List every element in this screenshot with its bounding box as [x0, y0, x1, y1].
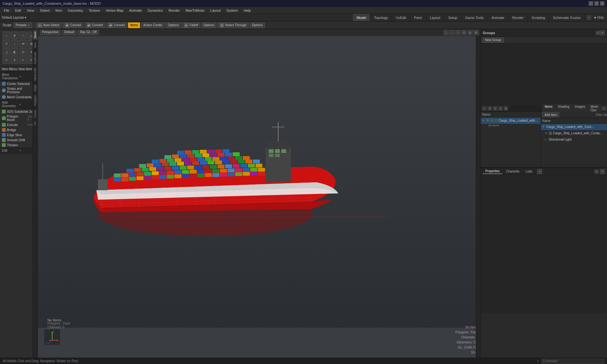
add-geometry-section[interactable]: Add Geometry ▾ [0, 100, 38, 109]
convert-btn-2[interactable]: ⇄ Convert [84, 22, 105, 28]
ray-gl-btn[interactable]: Ray GL: Off [78, 30, 99, 35]
root-render[interactable]: ◎ [490, 119, 494, 122]
vp-icon-zoom-in[interactable]: + [456, 30, 461, 35]
menu-select[interactable]: Select [37, 8, 52, 13]
tab-model[interactable]: Model [353, 14, 370, 21]
options-btn-2[interactable]: Options [201, 22, 216, 28]
layouts-dropdown[interactable]: Default Layouts ▾ [2, 16, 26, 19]
menu-animate[interactable]: Animate [126, 8, 144, 13]
center-selected-item[interactable]: Center Selected [0, 81, 38, 86]
presets-btn[interactable]: Presets ✕ [14, 22, 32, 28]
tab-game-tools[interactable]: Game Tools [461, 14, 488, 21]
tab-uvedit[interactable]: UvEdit [392, 14, 410, 21]
command-input[interactable] [541, 359, 604, 364]
menu-help[interactable]: Help [241, 8, 254, 13]
convert-btn-3[interactable]: ⇄ Convert [106, 22, 127, 28]
menu-vertex-map[interactable]: Vertex Map [103, 8, 126, 13]
items-menu-icon[interactable]: ☰ [493, 106, 497, 111]
presets-close-icon[interactable]: ✕ [28, 24, 30, 27]
auto-select-btn[interactable]: ▷ Auto Select [36, 22, 62, 28]
menu-layout[interactable]: Layout [208, 8, 223, 13]
perspective-btn[interactable]: Perspective [40, 30, 61, 35]
vtab-basic[interactable]: Basic [33, 29, 38, 40]
tab-mesh-ops[interactable]: Mesh Ops [588, 104, 601, 112]
groups-expand-btn[interactable]: ⤢ [596, 31, 600, 35]
action-center-btn[interactable]: Action Center [141, 22, 165, 28]
vp-icon-camera[interactable]: ◎ [468, 30, 473, 35]
prop-close-btn[interactable]: ✕ [600, 169, 605, 174]
minimize-btn[interactable]: ─ [589, 1, 593, 6]
tool-icon-0[interactable]: ○ [3, 32, 10, 39]
tree-main-item[interactable]: ▼ Cargo_Ship_Loaded_with_Cont... [541, 124, 607, 130]
tab-images[interactable]: Images [572, 104, 588, 112]
snaps-precision-item[interactable]: Snaps and Precision [0, 86, 38, 94]
tree-child-1[interactable]: ▼ Cargo_Ship_Loaded_with_Conta... [541, 130, 607, 136]
vp-icon-fit[interactable]: ⊡ [462, 30, 467, 35]
items-expand-icon[interactable]: ⊞ [504, 106, 508, 111]
tool-icon-14[interactable]: C [19, 56, 27, 64]
menu-system[interactable]: System [224, 8, 241, 13]
vtab-duplicate[interactable]: Duplicate [33, 50, 38, 66]
vtab-uv[interactable]: UV [33, 119, 38, 128]
menu-view[interactable]: View [24, 8, 37, 13]
default-btn[interactable]: Default [62, 30, 77, 35]
tool-icon-9[interactable]: ◐ [11, 48, 18, 56]
vtab-item[interactable]: Item [33, 40, 38, 50]
tab-paint[interactable]: Paint [410, 14, 426, 21]
vp-icon-settings[interactable]: ⚙ [474, 30, 479, 35]
vp-icon-zoom-out[interactable]: - [450, 30, 455, 35]
menu-item[interactable]: Item [53, 8, 64, 13]
options-btn-1[interactable]: Options [166, 22, 181, 28]
tool-icon-2[interactable]: □ [19, 32, 27, 39]
col-expand-icon[interactable]: ⤢ [602, 106, 606, 111]
prop-tab-properties[interactable]: Properties [483, 169, 502, 174]
thicken-item[interactable]: Thicken [0, 143, 38, 148]
menu-file[interactable]: File [1, 8, 12, 13]
tree-child-2[interactable]: ▷ Directional Light [541, 136, 607, 143]
items-close-icon[interactable]: ✕ [498, 106, 503, 111]
polygon-bevel-item[interactable]: Polygon Bevel Shift-B [0, 114, 38, 122]
root-check[interactable] [494, 119, 498, 122]
prop-add-btn[interactable]: + [537, 169, 542, 174]
menu-dynamics[interactable]: Dynamics [145, 8, 165, 13]
items-add-icon[interactable]: + [482, 106, 487, 111]
menu-geometry[interactable]: Geometry [65, 8, 85, 13]
bridge-item[interactable]: Bridge [0, 127, 38, 132]
tab-topology[interactable]: Topology [370, 14, 392, 21]
tab-shading[interactable]: Shading [555, 104, 572, 112]
edge-slice-item[interactable]: Edge Slice [0, 132, 38, 137]
tab-schematic-fusion[interactable]: Schematic Fusion [549, 14, 585, 21]
select-through-btn[interactable]: ⊡ Select Through [218, 22, 249, 28]
sds-subdivide-item[interactable]: SDS Subdivide 2x [0, 109, 38, 114]
more-transforms-section[interactable]: More Transforms ▾ [0, 72, 38, 81]
groups-close-btn[interactable]: ✕ [600, 30, 605, 35]
tool-icon-8[interactable]: ◿ [3, 48, 10, 56]
new-group-btn[interactable]: New Group [482, 38, 504, 43]
menu-texture[interactable]: Texture [86, 8, 103, 13]
tab-scripting[interactable]: Scripting [528, 14, 549, 21]
prop-tab-lists[interactable]: Lists [523, 169, 535, 174]
edit-section[interactable]: Edit ▾ [0, 148, 38, 154]
tab-render[interactable]: Render [508, 14, 528, 21]
add-item-btn[interactable]: Add Item [542, 112, 559, 117]
vtab-mesh-edit[interactable]: Mesh Edit [33, 66, 38, 82]
vtab-curve[interactable]: Curve [33, 108, 38, 119]
tab-items[interactable]: Items [542, 104, 555, 112]
mesh-constraints-item[interactable]: Mesh Constraints [0, 94, 38, 100]
tab-animate[interactable]: Animate [488, 14, 508, 21]
items-settings-icon[interactable]: ⚙ [487, 106, 492, 111]
tool-icon-13[interactable]: B [11, 56, 18, 64]
menu-edit[interactable]: Edit [13, 8, 24, 13]
convert-btn-1[interactable]: ⇄ Convert [63, 22, 83, 28]
tree-root-item[interactable]: ▼ 👁 ◎ Cargo_Ship_Loaded_with_Cont... [481, 118, 541, 124]
vp-icon-home[interactable]: ⌂ [444, 30, 449, 35]
tab-setup[interactable]: Setup [445, 14, 462, 21]
close-btn[interactable]: ✕ [600, 1, 604, 6]
vtab-polygon[interactable]: Polygon [33, 93, 38, 108]
tool-icon-10[interactable]: ⊡ [19, 48, 27, 56]
tool-icon-5[interactable]: ↕ [11, 40, 18, 47]
tool-icon-4[interactable]: ↺ [3, 40, 10, 47]
tab-layout[interactable]: Layout [426, 14, 445, 21]
prop-expand-btn[interactable]: ⤢ [594, 169, 599, 174]
tool-icon-12[interactable]: A [3, 56, 10, 64]
